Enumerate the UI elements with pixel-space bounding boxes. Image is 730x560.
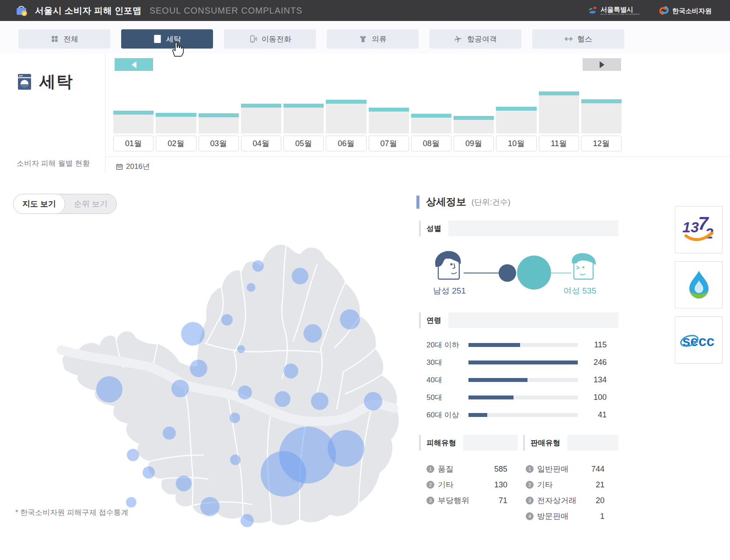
month-label-11[interactable]: 11월 — [539, 136, 579, 151]
month-label-8[interactable]: 08월 — [411, 136, 451, 151]
district-bubble[interactable] — [364, 392, 382, 410]
bar-09월[interactable] — [454, 116, 494, 133]
washer-icon — [153, 35, 162, 43]
month-label-12[interactable]: 12월 — [581, 136, 622, 151]
rank-value: 1 — [569, 512, 604, 521]
district-bubble[interactable] — [247, 283, 255, 292]
age-row: 30대246 — [426, 354, 607, 371]
rank-label: 방문판매 — [537, 511, 569, 522]
bar-12월[interactable] — [581, 99, 622, 133]
age-label: 50대 — [426, 392, 468, 402]
rank-label: 기타 — [537, 480, 553, 490]
kca-logo[interactable]: 한국소비자원 — [658, 5, 712, 16]
district-bubble[interactable] — [200, 497, 220, 516]
district-bubble[interactable] — [311, 392, 328, 410]
age-bar-track — [468, 396, 578, 399]
bar-10월[interactable] — [496, 107, 536, 133]
seoul-gov-logo[interactable]: 서울특별시 SEOUL METROPOLITAN GOVERNMENT — [587, 5, 640, 16]
age-row: 20대 이하115 — [426, 336, 607, 354]
svg-text:13: 13 — [682, 219, 699, 235]
tab-washer[interactable]: 세탁 — [121, 29, 213, 49]
rank-row: 2기타21 — [526, 477, 604, 493]
month-label-5[interactable]: 05월 — [283, 136, 324, 151]
month-label-6[interactable]: 06월 — [326, 136, 366, 151]
logo-secc[interactable]: secc — [675, 316, 723, 364]
tab-shirt[interactable]: 의류 — [327, 29, 419, 49]
month-label-7[interactable]: 07월 — [369, 136, 409, 151]
rank-value: 20 — [576, 496, 604, 505]
heading-accent — [416, 196, 419, 209]
district-bubble[interactable] — [230, 413, 240, 423]
month-label-1[interactable]: 01월 — [113, 136, 154, 151]
view-toggle: 지도 보기 순위 보기 — [13, 194, 117, 214]
bar-03월[interactable] — [199, 113, 239, 133]
bar-02월[interactable] — [156, 113, 196, 133]
rank-label: 일반판매 — [537, 464, 569, 474]
month-label-2[interactable]: 02월 — [156, 136, 196, 151]
bar-06월[interactable] — [326, 100, 366, 133]
bar-07월[interactable] — [369, 108, 409, 133]
bar-05월[interactable] — [283, 104, 324, 133]
dumbbell-icon — [564, 35, 573, 43]
rank-label: 부당행위 — [438, 495, 469, 506]
district-bubble[interactable] — [176, 476, 192, 491]
district-bubble[interactable] — [181, 322, 205, 346]
district-bubble[interactable] — [241, 514, 254, 527]
district-bubble[interactable] — [96, 376, 122, 402]
rank-view-button[interactable]: 순위 보기 — [65, 194, 116, 214]
district-bubble[interactable] — [238, 385, 252, 399]
age-bar-fill — [468, 413, 487, 417]
month-label-9[interactable]: 09월 — [454, 136, 494, 151]
district-bubble[interactable] — [261, 451, 306, 497]
district-bubble[interactable] — [126, 497, 136, 508]
district-bubble[interactable] — [304, 324, 322, 343]
district-bubble[interactable] — [163, 427, 176, 440]
map-view-button[interactable]: 지도 보기 — [14, 194, 65, 214]
district-bubble[interactable] — [237, 345, 245, 353]
month-labels: 01월02월03월04월05월06월07월08월09월10월11월12월 — [113, 136, 622, 151]
logo-water-drop[interactable] — [675, 261, 723, 308]
tab-grid[interactable]: 전체 — [18, 29, 110, 49]
rank-label: 기타 — [438, 480, 454, 490]
district-bubble[interactable] — [283, 364, 298, 378]
district-bubble[interactable] — [292, 268, 308, 284]
bar-01월[interactable] — [113, 111, 154, 133]
district-bubble[interactable] — [190, 360, 207, 377]
section-header-age: 연령 — [419, 312, 618, 328]
district-bubble[interactable] — [252, 260, 264, 272]
district-bubble[interactable] — [127, 449, 139, 461]
app-header: 서울시 소비자 피해 인포맵 SEOUL CONSUMER COMPLAINTS… — [0, 0, 730, 21]
bar-11월[interactable] — [539, 91, 579, 133]
bar-08월[interactable] — [411, 114, 451, 133]
tab-phone[interactable]: 이동전화 — [224, 29, 316, 49]
main-content: 지도 보기 순위 보기 — [0, 173, 730, 560]
district-bubble[interactable] — [171, 380, 189, 397]
age-value: 134 — [578, 375, 607, 385]
bar-04월[interactable] — [241, 104, 281, 133]
district-bubble[interactable] — [143, 466, 155, 479]
grid-icon — [50, 35, 59, 43]
month-label-3[interactable]: 03월 — [199, 136, 239, 151]
seoul-map[interactable] — [50, 234, 405, 527]
gender-figure: 남성 251 여성 535 — [432, 248, 620, 299]
age-bar-fill — [468, 378, 527, 382]
chart-caption: 소비자 피해 월별 현황 — [17, 158, 90, 168]
district-bubble[interactable] — [340, 309, 360, 329]
year-selector[interactable]: 2016년 — [116, 161, 150, 172]
rank-row: 4방문판매1 — [526, 508, 604, 524]
age-value: 41 — [578, 410, 607, 420]
month-label-4[interactable]: 04월 — [241, 136, 281, 151]
tab-dumbbell[interactable]: 헬스 — [532, 29, 624, 49]
month-label-10[interactable]: 10월 — [496, 136, 536, 151]
district-bubble[interactable] — [275, 391, 290, 407]
age-label: 20대 이하 — [426, 340, 468, 350]
district-bubble[interactable] — [230, 455, 241, 465]
rank-badge: 4 — [526, 512, 534, 520]
rank-label: 품질 — [438, 464, 454, 474]
shopping-bag-icon — [15, 4, 28, 17]
logo-1372[interactable]: 1372 — [675, 206, 723, 253]
district-bubble[interactable] — [328, 430, 364, 467]
age-row: 40대134 — [426, 371, 607, 388]
tab-plane[interactable]: 항공여객 — [430, 29, 521, 49]
district-bubble[interactable] — [221, 314, 233, 326]
